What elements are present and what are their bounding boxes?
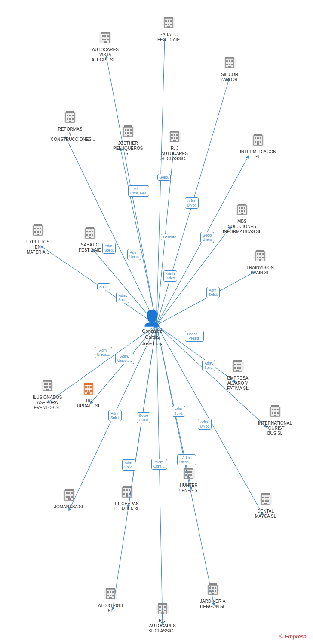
company-node-reformas[interactable]: REFORMASYCONSTRUCCIONES...: [51, 109, 89, 142]
company-node-dental_mayca[interactable]: DENTALMAYCA SL: [255, 492, 276, 519]
company-node-alojo_2018[interactable]: ALOJO 2018SL: [98, 586, 123, 614]
role-badge-16[interactable]: SocioÚnico: [137, 412, 150, 423]
building-icon: [206, 582, 220, 598]
company-label: EMPRESAALVARO YFATIMA SL: [227, 376, 249, 391]
building-icon: [31, 222, 45, 239]
svg-rect-185: [123, 489, 125, 491]
role-badge-3[interactable]: Adm.Solid.: [102, 243, 116, 254]
svg-rect-35: [102, 35, 104, 37]
svg-rect-209: [265, 500, 267, 502]
svg-rect-67: [130, 129, 132, 131]
building-icon: [253, 248, 267, 264]
role-badge-12[interactable]: Adm.Unico,...: [95, 347, 112, 358]
svg-rect-217: [112, 591, 114, 593]
svg-rect-178: [66, 496, 68, 498]
svg-rect-241: [212, 593, 214, 595]
svg-rect-205: [262, 497, 264, 498]
company-node-sabatic_fest1[interactable]: SABATICFEST 1 AIE: [157, 15, 180, 43]
role-badge-13[interactable]: Adm.Unico,....: [115, 353, 134, 364]
role-badge-11[interactable]: Consej. .Presid.: [185, 331, 204, 342]
company-node-jomanasa[interactable]: JOMANASA SL: [54, 487, 84, 510]
company-node-sabatic_fest2[interactable]: SABATICFEST 2 AIE: [79, 225, 101, 253]
company-node-autocares_vista[interactable]: AUTOCARESVISTAALEGRE SL...: [92, 30, 119, 63]
svg-rect-126: [259, 253, 261, 255]
building-icon: [121, 124, 135, 140]
svg-rect-41: [104, 41, 107, 43]
company-node-mbs_soluciones[interactable]: MBSSOLUCIONESINFORMATICAS SL: [223, 202, 261, 234]
svg-rect-107: [40, 228, 41, 229]
svg-rect-158: [234, 367, 236, 369]
svg-rect-239: [212, 590, 214, 592]
role-badge-10[interactable]: Adm.Solid.: [116, 292, 129, 303]
company-label: JARDINERIAHERGON SL: [200, 599, 225, 609]
svg-rect-240: [215, 590, 216, 592]
svg-rect-100: [244, 210, 245, 212]
company-node-rj_autocares_classic2[interactable]: R. JAUTOCARESSL CLASSIC...: [148, 601, 177, 634]
svg-rect-219: [110, 595, 111, 596]
svg-rect-29: [168, 24, 169, 25]
company-label: R. JAUTOCARESSL CLASSIC...: [148, 618, 177, 634]
company-label: HUNTERBIENES SL: [178, 483, 200, 493]
role-badge-6[interactable]: SocioÚnico: [200, 232, 214, 243]
company-node-ilusionados[interactable]: ILUSIONADOSASESORAEVENTOS SL: [33, 378, 62, 410]
svg-rect-45: [226, 60, 228, 62]
svg-rect-130: [262, 257, 264, 258]
company-node-rj_autocares_classic1[interactable]: R. JAUTOCARESSL CLASSIC...: [160, 129, 189, 161]
watermark-brand: Empresa: [285, 634, 307, 640]
svg-rect-30: [170, 24, 172, 25]
role-badge-0[interactable]: Miem.Com. Ger.: [128, 185, 149, 197]
company-label: ALOJO 2018SL: [98, 603, 123, 614]
role-badge-19[interactable]: Adm.Solid.: [122, 459, 135, 471]
company-label: REFORMASYCONSTRUCCIONES...: [51, 127, 89, 142]
role-badge-8[interactable]: Adm.Solid.: [206, 287, 220, 298]
building-icon: [222, 55, 237, 71]
role-badge-4[interactable]: Adm.Unico: [127, 249, 141, 260]
svg-rect-46: [229, 60, 230, 62]
svg-rect-47: [231, 60, 233, 62]
svg-rect-28: [165, 24, 167, 25]
company-label: EL CHAPASDE AVILA SL: [114, 501, 139, 512]
role-badge-14[interactable]: Adm.Solid.: [202, 360, 215, 371]
svg-rect-69: [127, 132, 129, 134]
svg-rect-137: [49, 383, 51, 385]
svg-rect-176: [68, 492, 70, 494]
svg-rect-218: [107, 595, 109, 596]
company-node-josther[interactable]: JOSTHERPELUQUEROSSL: [113, 124, 143, 156]
svg-rect-61: [69, 121, 71, 122]
role-badge-17[interactable]: Adm.Solid.: [172, 406, 185, 417]
company-label: INTERMEDIAGONSL: [240, 149, 276, 160]
company-label: R. JAUTOCARESSL CLASSIC...: [160, 146, 189, 161]
company-node-international_tourist[interactable]: INTERNATIONALTOURISTBUS SL: [258, 404, 292, 436]
svg-rect-210: [267, 500, 269, 502]
svg-rect-59: [69, 118, 71, 120]
role-badge-20[interactable]: Miem.Com....: [151, 459, 167, 470]
svg-rect-25: [165, 20, 167, 22]
role-badge-5[interactable]: Gerente: [161, 234, 178, 240]
role-badge-21[interactable]: Adm.Unico,....: [177, 454, 196, 465]
person-icon: 👤: [142, 309, 162, 327]
company-node-el_chapas[interactable]: EL CHAPASDE AVILA SL: [114, 484, 139, 512]
company-node-empresa_alvaro[interactable]: EMPRESAALVARO YFATIMA SL: [227, 358, 249, 391]
company-node-intermediagon[interactable]: INTERMEDIAGONSL: [240, 132, 276, 160]
svg-rect-159: [237, 367, 239, 369]
building-icon: [103, 586, 118, 602]
building-icon-orange: [81, 381, 96, 398]
company-node-silicon_yard[interactable]: SILICONYARD SL: [221, 55, 239, 82]
svg-rect-105: [34, 228, 36, 229]
role-badge-2[interactable]: Adm.Unico: [185, 197, 199, 209]
svg-rect-160: [239, 367, 241, 369]
svg-rect-68: [125, 132, 126, 134]
company-node-hunter_bienes[interactable]: HUNTERBIENES SL: [178, 466, 200, 493]
svg-rect-57: [72, 115, 74, 116]
company-node-tic_update[interactable]: TICUPDATE SL: [77, 381, 101, 409]
company-node-expertos_materia[interactable]: EXPERTOSENMATERIA...: [26, 222, 49, 255]
svg-rect-80: [176, 137, 178, 139]
role-badge-1[interactable]: Solid.: [157, 174, 171, 181]
role-badge-9[interactable]: Socio: [97, 283, 110, 290]
company-node-trainvision[interactable]: TRAINVISIONSPAIN SL: [246, 248, 274, 276]
svg-rect-88: [255, 141, 256, 143]
company-node-jardineria_hergon[interactable]: JARDINERIAHERGON SL: [200, 582, 225, 609]
role-badge-18[interactable]: Adm.Unico: [198, 419, 212, 430]
role-badge-7[interactable]: SocioÚnico: [163, 270, 177, 282]
role-badge-15[interactable]: Adm.Solid.: [108, 410, 122, 421]
